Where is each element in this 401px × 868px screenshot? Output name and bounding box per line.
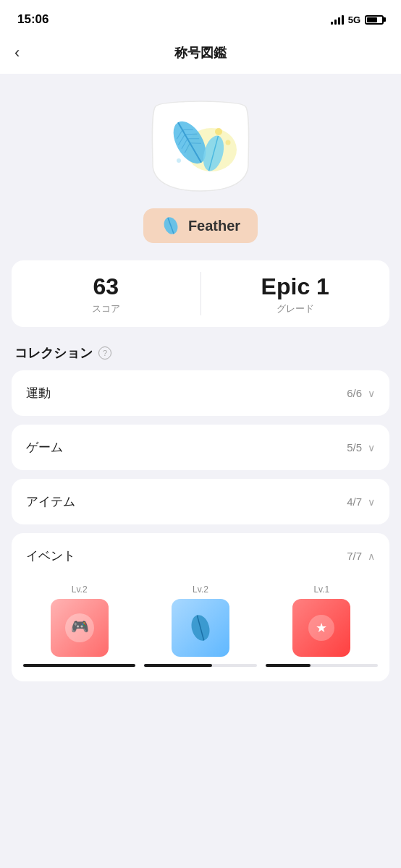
collection-count-item: 4/7: [347, 495, 362, 508]
svg-point-15: [177, 158, 181, 163]
collection-name-item: アイテム: [26, 493, 75, 510]
event-badge-1: 🎮: [51, 599, 109, 657]
collection-right-game: 5/5 ∨: [347, 441, 375, 454]
event-badge-3: ★: [292, 599, 350, 657]
collection-name-undou: 運動: [26, 385, 51, 401]
signal-icon: [331, 14, 344, 25]
grade-stat: Epic 1 グレード: [201, 260, 390, 327]
collection-item-item[interactable]: アイテム 4/7 ∨: [12, 479, 389, 524]
event-item-2: Lv.2: [144, 584, 256, 667]
hero-section: Feather: [0, 74, 401, 260]
progress-bar-1: [23, 664, 135, 667]
event-item-3: Lv.1 ★: [266, 584, 378, 667]
badge-sticker: [150, 95, 251, 197]
event-item-1: Lv.2 🎮: [23, 584, 135, 667]
feather-small-icon: [161, 216, 181, 236]
feather-label: Feather: [143, 208, 258, 243]
collection-count-event: 7/7: [347, 550, 362, 562]
event-badge-2: [172, 599, 229, 657]
svg-text:🎮: 🎮: [70, 618, 88, 635]
collection-count-undou: 6/6: [347, 387, 362, 399]
svg-point-13: [215, 128, 222, 135]
chevron-down-icon: ∨: [368, 442, 375, 454]
status-bar: 15:06 5G: [0, 0, 401, 35]
progress-bar-3: [266, 664, 378, 667]
score-label: スコア: [92, 302, 120, 315]
event-level-1: Lv.2: [72, 584, 88, 595]
event-items-row: Lv.2 🎮 Lv.2: [12, 579, 389, 681]
help-icon[interactable]: ?: [98, 346, 111, 359]
collection-name-event: イベント: [26, 548, 75, 564]
badge-container: [150, 95, 251, 197]
svg-point-14: [226, 140, 231, 145]
collection-count-game: 5/5: [347, 441, 362, 454]
collection-title: コレクション: [14, 344, 93, 362]
page-title: 称号図鑑: [174, 44, 227, 61]
collection-name-game: ゲーム: [26, 439, 63, 456]
chevron-down-icon: ∨: [368, 388, 375, 399]
collection-right-undou: 6/6 ∨: [347, 387, 375, 399]
collection-right-event: 7/7 ∧: [347, 550, 375, 562]
collection-item-event: イベント 7/7 ∧ Lv.2 🎮 Lv.2: [12, 533, 389, 681]
event-level-3: Lv.1: [313, 584, 329, 595]
grade-value: Epic 1: [261, 275, 329, 298]
collection-item-game[interactable]: ゲーム 5/5 ∨: [12, 425, 389, 470]
grade-label: グレード: [277, 302, 314, 315]
chevron-down-icon: ∨: [368, 496, 375, 508]
event-header[interactable]: イベント 7/7 ∧: [12, 533, 389, 579]
score-stat: 63 スコア: [12, 260, 200, 327]
event-level-2: Lv.2: [193, 584, 208, 595]
collection-section-header: コレクション ?: [0, 339, 401, 370]
status-time: 15:06: [17, 12, 48, 27]
back-button[interactable]: ‹: [14, 43, 20, 62]
svg-text:★: ★: [316, 621, 327, 635]
stats-card: 63 スコア Epic 1 グレード: [12, 260, 389, 327]
progress-bar-2: [144, 664, 256, 667]
collection-item-undou[interactable]: 運動 6/6 ∨: [12, 370, 389, 416]
battery-icon: [365, 15, 384, 25]
status-icons: 5G: [331, 14, 384, 25]
chevron-up-icon: ∧: [368, 550, 375, 562]
header: ‹ 称号図鑑: [0, 35, 401, 74]
collection-right-item: 4/7 ∨: [347, 495, 375, 508]
network-label: 5G: [348, 14, 360, 25]
score-value: 63: [93, 275, 119, 298]
feather-name: Feather: [188, 218, 240, 234]
